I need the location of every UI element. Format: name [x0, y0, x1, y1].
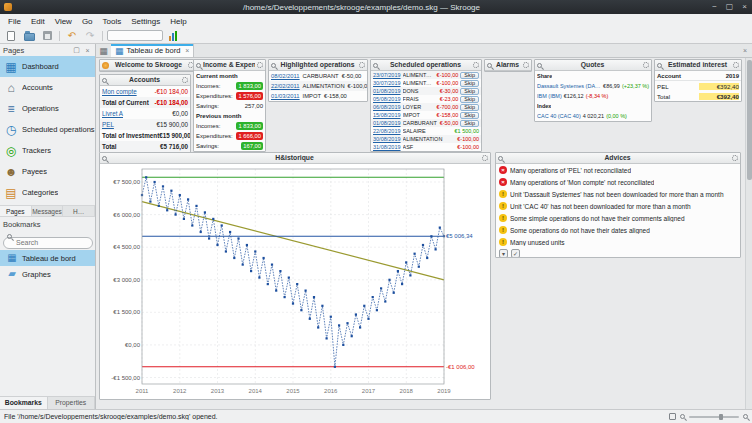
widget-menu-icon[interactable]: [498, 156, 503, 161]
zoom-slider-thumb[interactable]: [719, 414, 723, 420]
save-button[interactable]: [39, 29, 55, 43]
account-name-link[interactable]: Mon compte: [102, 88, 137, 95]
history-widget-header[interactable]: H&istorique: [100, 153, 490, 164]
operation-date-link[interactable]: 08/02/2011: [271, 73, 300, 79]
widget-menu-icon[interactable]: [102, 78, 107, 83]
bookmark-item[interactable]: ▦ Tableau de bord: [0, 250, 95, 266]
widget-settings-icon[interactable]: [182, 77, 188, 83]
advices-widget-header[interactable]: Advices: [496, 153, 740, 164]
skip-button[interactable]: Skip: [460, 120, 479, 127]
account-name-link[interactable]: Livret A: [102, 110, 123, 117]
scheduled-date-link[interactable]: 23/07/2019: [373, 72, 401, 78]
zoom-fit-icon[interactable]: [669, 413, 676, 420]
quote-name-link[interactable]: IBM (IBM): [537, 93, 562, 99]
zoom-slider[interactable]: [689, 416, 739, 418]
dock-bottom-tab[interactable]: Bookmarks: [0, 397, 48, 409]
widget-menu-icon[interactable]: [657, 63, 662, 68]
skip-button[interactable]: Skip: [460, 72, 479, 79]
widget-settings-icon[interactable]: [523, 62, 529, 68]
zoom-in-icon[interactable]: [743, 414, 748, 419]
scheduled-date-link[interactable]: 05/08/2019: [373, 96, 401, 102]
sidebar-page-item[interactable]: ▤ Categories: [0, 182, 95, 203]
menu-item[interactable]: Tools: [98, 15, 127, 28]
bookmark-item[interactable]: ▰ Graphes: [0, 266, 95, 282]
welcome-widget-header[interactable]: Welcome to Skrooge: [100, 60, 196, 71]
scrollbar-thumb[interactable]: [747, 60, 752, 180]
history-chart[interactable]: €7 500,00€6 000,00€4 500,00€3 000,00€1 5…: [100, 164, 490, 399]
dock-tab[interactable]: Pages: [0, 206, 32, 216]
scheduled-date-link[interactable]: 30/08/2019: [373, 136, 401, 142]
dock-bottom-tab[interactable]: Properties: [48, 397, 96, 409]
scheduled-date-link[interactable]: 01/08/2019: [373, 120, 401, 126]
vertical-scrollbar[interactable]: [745, 58, 752, 409]
scheduled-widget-header[interactable]: Scheduled operations: [371, 60, 481, 71]
skip-button[interactable]: Skip: [460, 96, 479, 103]
skip-button[interactable]: Skip: [460, 112, 479, 119]
dock-float-button[interactable]: ▢: [72, 46, 81, 54]
widget-menu-icon[interactable]: [271, 63, 276, 68]
quote-name-link[interactable]: Index: [537, 103, 551, 109]
widget-settings-icon[interactable]: [473, 62, 479, 68]
menu-item[interactable]: Edit: [26, 15, 50, 28]
new-document-button[interactable]: [3, 29, 19, 43]
menu-item[interactable]: Settings: [126, 15, 165, 28]
accounts-widget-header[interactable]: Accounts: [100, 75, 190, 86]
account-name-link[interactable]: Total of Investment: [102, 132, 159, 139]
operation-date-link[interactable]: 22/02/2011: [271, 83, 300, 89]
menu-item[interactable]: View: [50, 15, 77, 28]
skip-button[interactable]: Skip: [460, 80, 479, 87]
advice-item[interactable]: ! Unit 'Dassault Systemes' has not been …: [496, 188, 740, 200]
sidebar-page-item[interactable]: ◎ Trackers: [0, 140, 95, 161]
widget-settings-icon[interactable]: [732, 155, 738, 161]
menu-item[interactable]: Help: [165, 15, 191, 28]
advice-item[interactable]: ! Unit 'CAC 40' has not been downloaded …: [496, 200, 740, 212]
advice-item[interactable]: × Many operations of 'PEL' not reconcili…: [496, 164, 740, 176]
quote-name-link[interactable]: Dassault Systemes (DASTY): [537, 83, 601, 89]
tabbar-close-button[interactable]: ×: [738, 44, 752, 57]
sidebar-page-item[interactable]: ☻ Payees: [0, 161, 95, 182]
dock-tab[interactable]: H…: [63, 206, 95, 216]
dock-close-button[interactable]: ×: [83, 47, 92, 54]
advice-item[interactable]: × Many operations of 'Mon compte' not re…: [496, 176, 740, 188]
open-file-button[interactable]: [21, 29, 37, 43]
report-chart-button[interactable]: [165, 29, 181, 43]
advice-item[interactable]: ! Many unused units: [496, 236, 740, 248]
skip-button[interactable]: Skip: [460, 104, 479, 111]
quotes-widget-header[interactable]: Quotes: [535, 60, 651, 71]
advice-expand-button[interactable]: ▾: [499, 249, 508, 258]
sidebar-page-item[interactable]: ≡ Operations: [0, 98, 95, 119]
scheduled-date-link[interactable]: 15/08/2019: [373, 112, 401, 118]
quote-name-link[interactable]: CAC 40 (CAC 40): [537, 113, 581, 119]
widget-settings-icon[interactable]: [359, 62, 365, 68]
tab-tableau-de-bord[interactable]: ▦ Tableau de bord ×: [111, 44, 194, 57]
minimize-button[interactable]: −: [707, 0, 722, 14]
widget-menu-icon[interactable]: [196, 63, 201, 68]
redo-button[interactable]: ↷: [82, 29, 98, 43]
advice-item[interactable]: ! Some simple operations do not have the…: [496, 212, 740, 224]
widget-settings-icon[interactable]: [733, 62, 739, 68]
account-name-link[interactable]: Total of Current: [102, 99, 149, 106]
widget-menu-icon[interactable]: [373, 63, 378, 68]
sidebar-page-item[interactable]: ▦ Dashboard: [0, 56, 95, 77]
close-button[interactable]: ×: [737, 0, 752, 14]
scheduled-date-link[interactable]: 01/08/2019: [373, 88, 401, 94]
sidebar-page-item[interactable]: ⌂ Accounts: [0, 77, 95, 98]
scheduled-date-link[interactable]: 06/08/2019: [373, 104, 401, 110]
tab-close-icon[interactable]: ×: [185, 47, 189, 54]
undo-button[interactable]: ↶: [64, 29, 80, 43]
advice-item[interactable]: ! Some operations do not have their date…: [496, 224, 740, 236]
scheduled-date-link[interactable]: 31/08/2019: [373, 144, 401, 150]
alarms-widget-header[interactable]: Alarms: [485, 60, 531, 71]
menu-item[interactable]: Go: [77, 15, 98, 28]
income-widget-header[interactable]: Income & Expenditure: [194, 60, 265, 71]
sidebar-page-item[interactable]: ◷ Scheduled operations: [0, 119, 95, 140]
dock-tab[interactable]: Messages: [32, 206, 64, 216]
widget-menu-icon[interactable]: [102, 156, 107, 161]
menu-item[interactable]: File: [3, 15, 26, 28]
operation-date-link[interactable]: 01/03/2011: [271, 93, 300, 99]
tab-list-button[interactable]: ▦: [96, 44, 111, 57]
scheduled-date-link[interactable]: 22/08/2019: [373, 128, 401, 134]
account-name-link[interactable]: Total: [102, 143, 117, 150]
advice-apply-button[interactable]: ✓: [511, 249, 520, 258]
skip-button[interactable]: Skip: [460, 88, 479, 95]
